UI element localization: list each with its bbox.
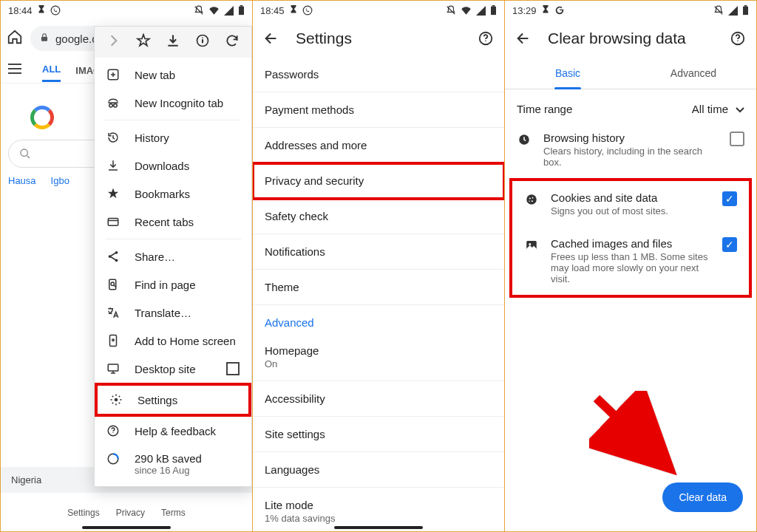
forward-arrow-icon[interactable] [106,33,121,51]
hourglass-icon [37,5,46,16]
svg-rect-25 [744,5,747,7]
option-title: Cached images and files [551,237,710,250]
help-icon[interactable] [730,30,746,47]
menu-item-new-tab[interactable]: New tab [95,61,251,89]
panel-browser-menu: 18:44 google.c ALL IMAGES [1,1,253,531]
menu-item-downloads[interactable]: Downloads [95,151,251,180]
status-bar: 18:45 [253,1,504,20]
row-label: Site settings [265,428,492,440]
settings-row-safety-check[interactable]: Safety check [253,199,504,234]
settings-row-privacy-and-security[interactable]: Privacy and security [253,163,504,199]
checkbox[interactable] [226,362,240,375]
menu-item-290-kb-saved[interactable]: 290 kB savedsince 16 Aug [95,445,251,483]
menu-item-label: Downloads [135,160,189,172]
download-icon[interactable] [166,33,180,51]
settings-row-site-settings[interactable]: Site settings [253,417,504,452]
svg-rect-21 [491,7,496,15]
page-title: Settings [296,30,461,47]
checkbox[interactable] [730,132,744,146]
menu-item-history[interactable]: History [95,123,251,151]
data-saver-icon [106,452,120,466]
menu-item-sub: since 16 Aug [135,465,202,476]
menu-item-recent-tabs[interactable]: Recent tabs [95,208,251,236]
settings-row-accessibility[interactable]: Accessibility [253,381,504,417]
hamburger-icon[interactable] [8,64,21,77]
status-bar: 13:29 [505,1,756,20]
lang-hausa[interactable]: Hausa [8,175,36,186]
add-home-icon [106,334,120,347]
chevron-down-icon [736,103,744,115]
settings-row-theme[interactable]: Theme [253,270,504,305]
settings-row-addresses-and-more[interactable]: Addresses and more [253,128,504,163]
menu-item-bookmarks[interactable]: Bookmarks [95,180,251,208]
back-arrow-icon[interactable] [515,30,532,47]
menu-item-label: New Incognito tab [135,97,223,109]
lock-icon [39,33,50,45]
svg-point-32 [529,201,530,202]
menu-item-add-to-home-screen[interactable]: Add to Home screen [95,327,251,355]
clear-option-browsing-history[interactable]: Browsing history Clears history, includi… [505,121,756,178]
clear-option-cookies-and-site-data[interactable]: Cookies and site data Signs you out of m… [512,181,749,227]
refresh-icon[interactable] [225,33,240,51]
svg-point-28 [526,194,537,205]
menu-item-label: Translate… [135,307,191,319]
menu-item-find-in-page[interactable]: Find in page [95,270,251,299]
time-range-row[interactable]: Time range All time [505,89,756,121]
menu-item-label: History [135,132,169,144]
svg-rect-22 [492,5,495,7]
incognito-icon [106,96,120,109]
option-desc: Signs you out of most sites. [551,205,710,216]
menu-item-new-incognito-tab[interactable]: New Incognito tab [95,89,251,117]
svg-point-31 [532,200,533,202]
settings-row-passwords[interactable]: Passwords [253,57,504,92]
row-label: Payment methods [265,103,492,116]
recent-tabs-icon [106,215,120,228]
star-icon[interactable] [136,33,151,51]
url-text: google.c [55,33,98,45]
footer-privacy[interactable]: Privacy [116,508,145,518]
back-arrow-icon[interactable] [263,30,279,47]
home-icon[interactable] [7,29,23,48]
svg-point-17 [115,398,118,402]
row-label: Theme [265,281,492,293]
clear-option-cached-images-and-files[interactable]: Cached images and files Frees up less th… [512,227,749,295]
row-label: Addresses and more [265,139,492,151]
google-logo-icon [30,106,54,129]
battery-icon [490,5,497,16]
signal-icon [476,6,486,16]
menu-item-translate[interactable]: Translate… [95,299,251,327]
svg-point-7 [109,104,113,108]
desktop-icon [106,362,120,375]
menu-item-settings[interactable]: Settings [95,383,251,417]
svg-rect-13 [109,279,116,290]
checkbox[interactable]: ✓ [722,191,737,206]
status-bar: 18:44 [1,1,252,20]
help-icon[interactable] [478,30,494,47]
settings-row-notifications[interactable]: Notifications [253,234,504,270]
menu-item-help-feedback[interactable]: Help & feedback [95,417,251,445]
lang-igbo[interactable]: Igbo [51,175,69,186]
footer-settings[interactable]: Settings [67,508,99,518]
settings-row-payment-methods[interactable]: Payment methods [253,92,504,128]
tab-all[interactable]: ALL [42,58,61,82]
bell-off-icon [446,5,456,16]
svg-rect-9 [108,219,118,226]
row-label: Advanced [265,316,492,329]
menu-item-share[interactable]: Share… [95,242,251,270]
menu-item-label: Help & feedback [135,425,216,437]
tab-advanced[interactable]: Advanced [631,57,756,89]
footer-terms[interactable]: Terms [161,508,186,518]
settings-row-languages[interactable]: Languages [253,452,504,488]
star-icon [106,187,120,200]
info-icon[interactable] [195,33,210,51]
checkbox[interactable]: ✓ [722,237,737,252]
tab-basic[interactable]: Basic [505,57,631,89]
wifi-icon [208,6,220,15]
menu-item-desktop-site[interactable]: Desktop site [95,355,251,383]
settings-row-lite-mode[interactable]: Lite mode1% data savings [253,488,504,531]
option-title: Browsing history [543,132,718,144]
settings-row-homepage[interactable]: HomepageOn [253,333,504,381]
menu-item-label: New tab [135,69,175,81]
hourglass-icon [289,5,298,16]
settings-row-advanced[interactable]: Advanced [253,305,504,333]
